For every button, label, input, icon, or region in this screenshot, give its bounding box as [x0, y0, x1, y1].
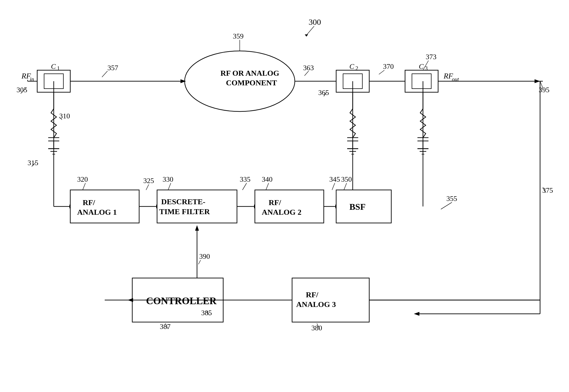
c1-sub: 1 — [57, 65, 60, 71]
label-300: 300 — [309, 17, 321, 26]
rf-in-sub: in — [30, 76, 34, 82]
svg-marker-77 — [128, 298, 133, 302]
svg-line-68 — [344, 183, 347, 190]
rf-analog1-line2: ANALOG 1 — [77, 208, 117, 216]
rf-analog3-line1: RF/ — [306, 290, 319, 299]
svg-line-74 — [198, 260, 201, 264]
c3-label: C — [419, 62, 424, 70]
svg-marker-73 — [195, 225, 199, 231]
label-325: 325 — [143, 177, 154, 185]
c1-label: C — [51, 62, 56, 70]
rf-analog1-line1: RF/ — [83, 198, 95, 207]
svg-line-66 — [332, 183, 335, 190]
label-340: 340 — [262, 175, 273, 183]
svg-rect-25 — [412, 74, 431, 89]
bsf-label: BSF — [349, 202, 366, 212]
svg-line-56 — [146, 184, 149, 190]
label-320: 320 — [77, 175, 88, 183]
label-330: 330 — [163, 175, 173, 183]
rf-analog2-line1: RF/ — [269, 198, 281, 207]
label-370: 370 — [383, 62, 394, 70]
svg-rect-52 — [70, 190, 139, 223]
rf-analog3-line2: ANALOG 3 — [296, 300, 336, 309]
c2-sub: 2 — [355, 65, 358, 71]
svg-marker-19 — [305, 34, 308, 37]
label-387: 387 — [160, 323, 171, 331]
label-335: 335 — [240, 175, 250, 183]
descrete-time-filter-line2: TIME FILTER — [159, 207, 210, 216]
label-375: 375 — [542, 186, 553, 194]
label-355: 355 — [446, 195, 457, 203]
label-385: 385 — [201, 309, 212, 317]
label-315: 315 — [28, 159, 38, 167]
c2-label: C — [349, 62, 354, 70]
label-390: 390 — [199, 252, 210, 260]
circuit-diagram: RF in 305 C 1 357 310 315 RF OR ANALOG C… — [0, 0, 569, 392]
label-380: 380 — [311, 324, 322, 332]
label-357: 357 — [107, 64, 118, 72]
label-345: 345 — [329, 175, 340, 183]
svg-line-63 — [266, 183, 269, 190]
label-363: 363 — [303, 64, 314, 72]
label-373: 373 — [426, 53, 436, 61]
svg-line-61 — [242, 183, 247, 190]
svg-rect-62 — [255, 190, 324, 223]
label-305: 305 — [17, 86, 27, 94]
rf-out-sub: out — [452, 76, 459, 82]
controller-label: CONTROLLER — [146, 295, 217, 306]
svg-line-48 — [441, 202, 452, 209]
label-359: 359 — [233, 32, 244, 40]
svg-line-58 — [168, 183, 171, 190]
label-365: 365 — [318, 89, 329, 97]
svg-line-53 — [83, 183, 85, 190]
rf-analog-component-line1: RF OR ANALOG — [220, 69, 279, 77]
svg-line-5 — [102, 71, 107, 77]
svg-line-18 — [306, 26, 314, 36]
descrete-time-filter-line1: DESCRETE- — [161, 197, 205, 206]
svg-rect-57 — [157, 190, 237, 223]
label-350: 350 — [341, 175, 352, 183]
rf-analog2-line2: ANALOG 2 — [262, 208, 301, 216]
svg-line-23 — [379, 70, 384, 74]
svg-marker-27 — [535, 79, 540, 83]
svg-marker-47 — [414, 312, 419, 316]
rf-analog-component-line2: COMPONENT — [226, 78, 277, 87]
